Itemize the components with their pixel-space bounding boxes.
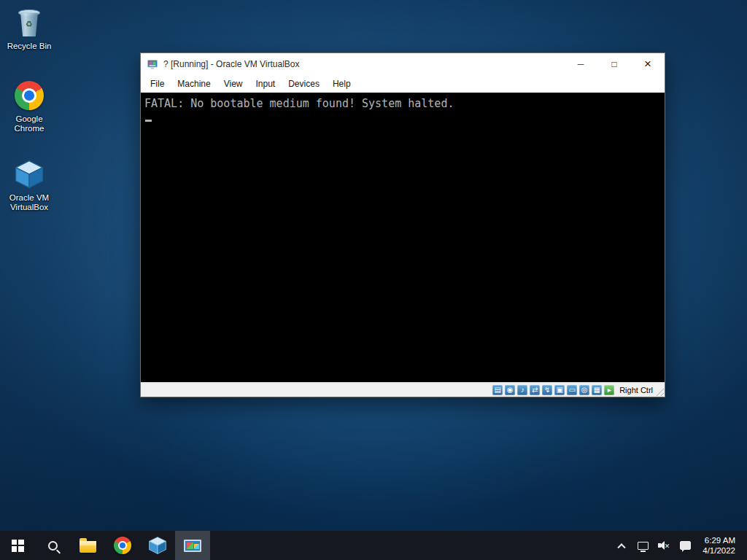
recycle-bin-icon: ♻ bbox=[1, 6, 57, 39]
taskbar-file-explorer[interactable] bbox=[70, 531, 105, 560]
menu-machine[interactable]: Machine bbox=[171, 75, 217, 93]
notification-icon bbox=[680, 541, 691, 550]
desktop-icon-recycle-bin[interactable]: ♻ Recycle Bin bbox=[1, 6, 57, 51]
window-titlebar-icon bbox=[147, 58, 158, 70]
console-cursor bbox=[145, 120, 152, 122]
vm-statusbar: ▤ ◉ ♪ ⇄ ↯ ▣ ▭ ◎ ▦ ▸ Right Ctrl bbox=[141, 382, 665, 397]
menu-devices[interactable]: Devices bbox=[282, 75, 326, 93]
window-title: ? [Running] - Oracle VM VirtualBox bbox=[163, 59, 564, 69]
vm-menubar: File Machine View Input Devices Help bbox=[141, 75, 665, 93]
maximize-button[interactable]: □ bbox=[597, 53, 631, 75]
network-icon bbox=[638, 542, 649, 550]
host-key-label: Right Ctrl bbox=[619, 386, 653, 394]
windows-logo-icon bbox=[12, 540, 24, 552]
taskbar: ✕ 6:29 AM 4/1/2022 bbox=[0, 531, 747, 560]
desktop-icon-label: Oracle VM VirtualBox bbox=[6, 193, 53, 212]
desktop[interactable]: ♻ Recycle Bin Google Chrome Oracle VM Vi… bbox=[0, 0, 747, 560]
menu-input[interactable]: Input bbox=[249, 75, 282, 93]
chevron-up-icon bbox=[618, 543, 626, 551]
taskbar-search-button[interactable] bbox=[35, 531, 70, 560]
resize-grip[interactable] bbox=[654, 386, 664, 396]
taskbar-virtualbox[interactable] bbox=[140, 531, 175, 560]
tray-network[interactable] bbox=[635, 531, 651, 560]
console-text-line: FATAL: No bootable medium found! System … bbox=[144, 97, 665, 110]
chrome-icon bbox=[1, 79, 57, 112]
display-icon[interactable]: ▭ bbox=[567, 385, 577, 395]
speaker-muted-icon: ✕ bbox=[658, 540, 670, 551]
menu-help[interactable]: Help bbox=[326, 75, 357, 93]
minimize-button[interactable]: ─ bbox=[564, 53, 597, 75]
virtualbox-cube-icon bbox=[1, 158, 57, 191]
taskbar-vm-running-window[interactable] bbox=[175, 531, 210, 560]
close-button[interactable]: × bbox=[631, 53, 665, 75]
virtualbox-vm-window: ? [Running] - Oracle VM VirtualBox ─ □ ×… bbox=[140, 52, 665, 397]
clock-date: 4/1/2022 bbox=[703, 545, 735, 556]
desktop-icon-virtualbox[interactable]: Oracle VM VirtualBox bbox=[1, 158, 57, 212]
tray-action-center[interactable] bbox=[677, 531, 693, 560]
file-explorer-icon bbox=[80, 541, 96, 553]
tray-show-hidden-icons[interactable] bbox=[614, 531, 630, 560]
system-tray: ✕ 6:29 AM 4/1/2022 bbox=[614, 531, 747, 560]
desktop-icon-google-chrome[interactable]: Google Chrome bbox=[1, 79, 57, 133]
audio-icon[interactable]: ♪ bbox=[517, 385, 527, 395]
search-icon bbox=[48, 541, 58, 551]
clock-time: 6:29 AM bbox=[705, 535, 735, 545]
taskbar-clock[interactable]: 6:29 AM 4/1/2022 bbox=[698, 531, 740, 560]
vm-window-icon bbox=[184, 540, 201, 552]
desktop-icon-label: Recycle Bin bbox=[6, 42, 53, 51]
taskbar-chrome[interactable] bbox=[105, 531, 140, 560]
virtualbox-cube-icon bbox=[148, 536, 167, 555]
tray-volume[interactable]: ✕ bbox=[656, 531, 672, 560]
network-icon[interactable]: ⇄ bbox=[530, 385, 540, 395]
shared-folders-icon[interactable]: ▣ bbox=[554, 385, 565, 395]
mouse-integration-icon[interactable]: ▸ bbox=[604, 385, 614, 395]
recording-icon[interactable]: ◎ bbox=[579, 385, 589, 395]
chrome-icon bbox=[114, 537, 131, 554]
menu-file[interactable]: File bbox=[144, 75, 171, 93]
window-titlebar[interactable]: ? [Running] - Oracle VM VirtualBox ─ □ × bbox=[141, 53, 665, 75]
vm-console-screen[interactable]: FATAL: No bootable medium found! System … bbox=[141, 93, 665, 382]
optical-drives-icon[interactable]: ◉ bbox=[505, 385, 515, 395]
menu-view[interactable]: View bbox=[217, 75, 249, 93]
features-icon[interactable]: ▦ bbox=[592, 385, 602, 395]
desktop-icon-label: Google Chrome bbox=[6, 114, 53, 133]
start-button[interactable] bbox=[0, 531, 35, 560]
hard-disks-icon[interactable]: ▤ bbox=[492, 385, 503, 395]
usb-icon[interactable]: ↯ bbox=[542, 385, 552, 395]
